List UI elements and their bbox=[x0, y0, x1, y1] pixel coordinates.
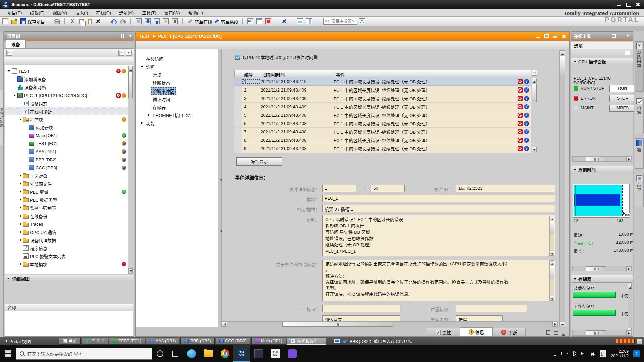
tree-expander-icon[interactable] bbox=[24, 141, 29, 145]
breadcrumb-current[interactable]: PLC_1 [CPU 1214C DC/DC/DC] bbox=[158, 34, 222, 39]
memory-hscrollbar[interactable] bbox=[572, 330, 632, 336]
toolbar-button[interactable] bbox=[54, 19, 62, 24]
tree-item[interactable]: 设备组态 bbox=[5, 99, 133, 107]
tree-item[interactable]: 添加新块 bbox=[5, 123, 133, 131]
event-info-icon[interactable] bbox=[524, 79, 529, 84]
tree-expander-icon[interactable] bbox=[19, 117, 23, 121]
column-number[interactable]: 编号 bbox=[242, 70, 261, 77]
tree-expander-icon[interactable] bbox=[19, 198, 23, 202]
tree-item[interactable]: PLC 变量 bbox=[5, 188, 133, 196]
open-editor-tab[interactable]: AAA (DB1) bbox=[146, 338, 179, 345]
battery-icon[interactable] bbox=[561, 352, 567, 355]
event-info-icon[interactable] bbox=[524, 129, 529, 134]
nav-expander-icon[interactable] bbox=[147, 81, 151, 85]
toolbar-button[interactable] bbox=[306, 18, 314, 24]
taskbar-app[interactable] bbox=[217, 345, 233, 362]
panel-columns-icon[interactable] bbox=[619, 34, 623, 38]
diagnostics-nav-item[interactable]: 在线访问 bbox=[136, 55, 218, 63]
column-settings-icon[interactable] bbox=[532, 70, 537, 76]
detail-view-header[interactable]: 详细视图 bbox=[5, 275, 133, 282]
start-button[interactable] bbox=[0, 345, 16, 362]
tree-item[interactable]: 设备代理数据 bbox=[5, 236, 133, 244]
location-id-field[interactable] bbox=[456, 305, 527, 312]
tree-item[interactable]: TEST bbox=[5, 67, 133, 75]
tree-item[interactable]: CCC [DB3] bbox=[5, 164, 133, 172]
maintenance-error-icon[interactable] bbox=[518, 104, 523, 109]
tree-item[interactable]: 设备和网络 bbox=[5, 83, 133, 91]
tree-expander-icon[interactable] bbox=[19, 206, 23, 210]
event-info-icon[interactable] bbox=[524, 104, 529, 109]
taskbar-app[interactable] bbox=[250, 345, 267, 362]
toolbar-button[interactable] bbox=[78, 19, 87, 24]
nav-expander-icon[interactable] bbox=[147, 113, 151, 117]
scroll-thumb[interactable] bbox=[550, 221, 554, 234]
toolbar-button[interactable] bbox=[11, 19, 20, 24]
toolbar-button[interactable] bbox=[281, 18, 289, 24]
nav-expander-icon[interactable] bbox=[140, 121, 144, 125]
content-vertical-scrollbar[interactable] bbox=[559, 50, 565, 327]
tree-expander-icon[interactable] bbox=[24, 133, 29, 137]
taskbar-app[interactable] bbox=[183, 345, 200, 362]
toolbar-button[interactable] bbox=[163, 18, 171, 24]
memory-scrollbar[interactable] bbox=[628, 284, 632, 333]
toolbar-button[interactable] bbox=[172, 18, 180, 24]
collapse-panel-icon[interactable] bbox=[626, 34, 630, 38]
scroll-thumb[interactable] bbox=[560, 56, 565, 76]
tab-devices[interactable]: 设备 bbox=[6, 40, 26, 48]
column-datetime[interactable]: 日期和时间 bbox=[261, 70, 334, 77]
toolbar-button[interactable]: 转至离线 bbox=[214, 18, 240, 25]
tab-online-and-diagnostics[interactable]: 在线与诊断 bbox=[0, 90, 4, 145]
tree-expander-icon[interactable] bbox=[19, 262, 23, 266]
tree-item[interactable]: 添加新设备 bbox=[5, 75, 133, 83]
tree-expander-icon[interactable] bbox=[19, 230, 23, 234]
toolbar-button[interactable] bbox=[47, 18, 53, 24]
memory-section-header[interactable]: 存储器 bbox=[571, 275, 633, 283]
toolbar-button[interactable] bbox=[104, 18, 110, 24]
maintenance-error-icon[interactable] bbox=[518, 121, 523, 126]
task-view-button[interactable] bbox=[168, 351, 183, 357]
menu-item[interactable]: 窗口(W) bbox=[160, 9, 184, 16]
editor-close-icon[interactable] bbox=[561, 34, 566, 38]
tree-item[interactable]: TEST [FC1] bbox=[5, 139, 133, 147]
toolbar-button[interactable] bbox=[274, 18, 280, 24]
task-card-tab[interactable]: 在线工具 bbox=[635, 41, 644, 92]
language-indicator[interactable]: 英 bbox=[590, 350, 595, 357]
scroll-right-icon[interactable] bbox=[552, 322, 557, 327]
tree-expander-icon[interactable] bbox=[24, 149, 29, 154]
breadcrumb-root[interactable]: TEST bbox=[139, 34, 150, 39]
tree-expander-icon[interactable] bbox=[13, 85, 17, 89]
maintenance-error-icon[interactable] bbox=[518, 113, 523, 118]
network-icon[interactable] bbox=[572, 351, 576, 356]
menu-item[interactable]: 工具(T) bbox=[138, 9, 160, 16]
ime-indicator[interactable]: 拼 bbox=[600, 350, 606, 357]
tree-item[interactable]: 工艺对象 bbox=[5, 172, 133, 180]
toolbar-button[interactable]: 保存项目 bbox=[20, 18, 46, 25]
inspector-tab[interactable]: 属性 bbox=[427, 328, 460, 336]
scroll-up-icon[interactable] bbox=[550, 260, 554, 265]
cpu-panel-scrollbar[interactable] bbox=[572, 156, 632, 162]
collapse-panel-icon[interactable] bbox=[127, 34, 131, 38]
help-scrollbar[interactable] bbox=[549, 260, 554, 301]
volume-icon[interactable] bbox=[581, 352, 586, 356]
event-row[interactable]: 7 2021/11/2 21:09:43.408 FC 1 中的区域长度错误 -… bbox=[234, 128, 531, 136]
open-editor-tab[interactable]: CCC (DB3) bbox=[216, 338, 250, 345]
scroll-thumb[interactable] bbox=[586, 330, 606, 335]
maintenance-error-icon[interactable] bbox=[518, 146, 523, 151]
tree-expander-icon[interactable] bbox=[19, 222, 23, 226]
scroll-up-icon[interactable] bbox=[628, 284, 632, 288]
scroll-right-icon[interactable] bbox=[626, 330, 631, 335]
toolbar-button[interactable] bbox=[111, 18, 119, 24]
tree-expander-icon[interactable] bbox=[19, 109, 23, 113]
menu-item[interactable]: 帮助(H) bbox=[184, 9, 207, 16]
inspector-tab[interactable]: 诊断 bbox=[493, 328, 526, 336]
nav-expander-icon[interactable] bbox=[147, 97, 151, 101]
toolbar-button[interactable] bbox=[136, 18, 144, 24]
tree-expander-icon[interactable] bbox=[7, 69, 11, 73]
maximize-icon[interactable] bbox=[626, 2, 631, 6]
tree-item[interactable]: 外部源文件 bbox=[5, 180, 133, 188]
taskbar-search[interactable]: 在这里输入你要搜索的内容 bbox=[16, 348, 152, 360]
tree-item[interactable]: PLC_1 [CPU 1214C DC/DC/DC] bbox=[5, 91, 133, 99]
details-view-icon[interactable] bbox=[118, 50, 124, 56]
scroll-thumb[interactable] bbox=[586, 266, 606, 271]
toolbar-button[interactable]: 转至在线 bbox=[187, 18, 213, 25]
